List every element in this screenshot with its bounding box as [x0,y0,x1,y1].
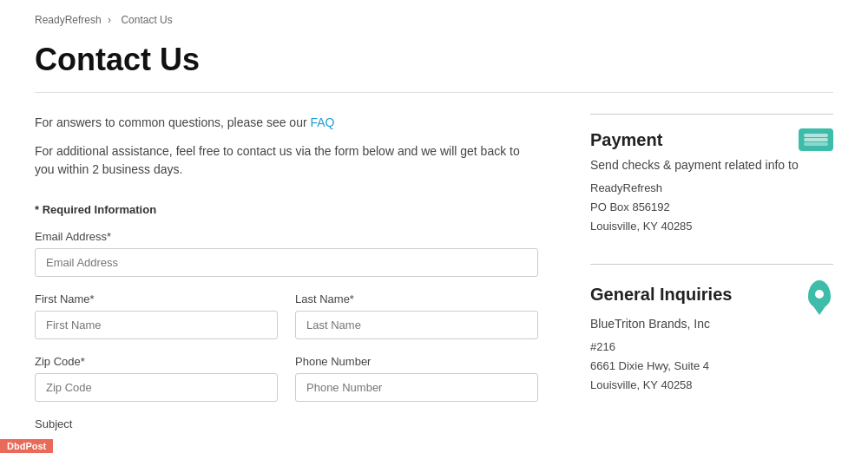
subject-label: Subject [35,417,538,430]
email-label: Email Address* [35,230,538,243]
intro-line2: For additional assistance, feel free to … [35,142,538,179]
name-field-row: First Name* Last Name* [35,292,538,355]
last-name-label: Last Name* [295,292,538,305]
zip-input[interactable] [35,373,278,402]
payment-card: Payment Send checks & payment related in… [590,114,833,236]
breadcrumb: ReadyRefresh › Contact Us [35,14,833,26]
faq-link[interactable]: FAQ [311,115,335,129]
required-info-label: * Required Information [35,203,538,216]
email-input[interactable] [35,248,538,277]
title-divider [35,92,833,93]
payment-address-line1: ReadyRefresh [590,179,833,198]
watermark: DbdPost [0,439,53,453]
page-title: Contact Us [35,42,833,78]
payment-title: Payment [590,130,662,150]
general-inquiries-card: General Inquiries BlueTriton Brands, Inc… [590,264,833,395]
sidebar-section: Payment Send checks & payment related in… [590,114,833,446]
zip-field-group: Zip Code* [35,355,278,402]
first-name-field-group: First Name* [35,292,278,339]
general-address: #216 6661 Dixie Hwy, Suite 4 Louisville,… [590,338,833,395]
phone-label: Phone Number [295,355,538,368]
last-name-field-group: Last Name* [295,292,538,339]
first-name-label: First Name* [35,292,278,305]
breadcrumb-current: Contact Us [121,14,172,26]
general-card-header: General Inquiries [590,264,833,310]
zip-label: Zip Code* [35,355,278,368]
page-wrapper: ReadyRefresh › Contact Us Contact Us For… [0,0,868,453]
breadcrumb-home[interactable]: ReadyRefresh [35,14,102,26]
payment-card-header: Payment [590,114,833,151]
email-field-group: Email Address* [35,230,538,277]
intro-line1: For answers to common questions, please … [35,114,538,132]
credit-card-icon [799,128,833,151]
payment-description: Send checks & payment related info to [590,158,833,172]
first-name-input[interactable] [35,311,278,339]
general-address-line3: Louisville, KY 40258 [590,376,833,395]
form-section: For answers to common questions, please … [35,114,538,446]
general-company: BlueTriton Brands, Inc [590,317,833,331]
last-name-input[interactable] [295,311,538,339]
phone-field-group: Phone Number [295,355,538,402]
subject-field-group: Subject [35,417,538,430]
location-pin-icon [806,279,833,310]
payment-address-line3: Louisville, KY 40285 [590,217,833,236]
payment-address: ReadyRefresh PO Box 856192 Louisville, K… [590,179,833,236]
breadcrumb-separator: › [108,14,111,26]
content-layout: For answers to common questions, please … [35,114,833,446]
general-address-line1: #216 [590,338,833,357]
general-address-line2: 6661 Dixie Hwy, Suite 4 [590,357,833,376]
general-title: General Inquiries [590,285,732,305]
phone-input[interactable] [295,373,538,402]
zip-phone-field-row: Zip Code* Phone Number [35,355,538,417]
payment-address-line2: PO Box 856192 [590,198,833,217]
